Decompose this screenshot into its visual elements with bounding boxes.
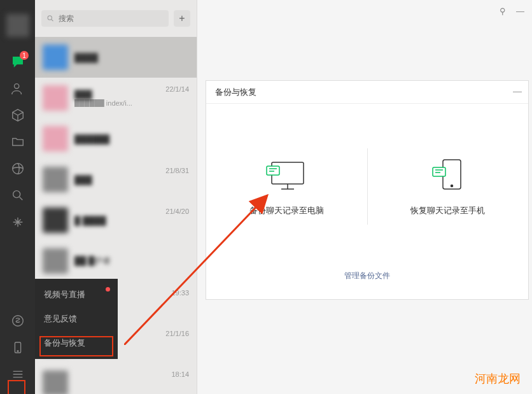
chat-avatar xyxy=(43,208,68,233)
chat-avatar xyxy=(43,45,68,70)
settings-context-menu: 视频号直播 意见反馈 备份与恢复 xyxy=(35,279,118,359)
nav-moments[interactable] xyxy=(0,155,35,182)
aperture-icon xyxy=(11,162,25,176)
dialog-title: 备份与恢复 xyxy=(215,87,256,98)
chat-item[interactable]: 18:14 xyxy=(35,363,197,394)
chat-time: 21/1/16 xyxy=(165,330,189,337)
phone-icon xyxy=(11,341,25,355)
backup-to-pc-option[interactable]: 备份聊天记录至电脑 xyxy=(206,104,367,269)
sparkle-icon xyxy=(11,215,25,229)
phone-restore-icon xyxy=(429,157,467,192)
chat-item[interactable]: ██████ xyxy=(35,118,197,159)
pin-button[interactable]: ⚲ xyxy=(500,6,506,16)
backup-label: 备份聊天记录至电脑 xyxy=(249,205,324,216)
dialog-close-button[interactable]: — xyxy=(513,86,522,96)
nav-contacts[interactable] xyxy=(0,75,35,102)
chat-time: 21/8/31 xyxy=(165,167,189,174)
chat-avatar xyxy=(43,126,68,151)
user-avatar[interactable] xyxy=(6,14,29,37)
chat-avatar xyxy=(43,85,68,111)
svg-rect-8 xyxy=(267,166,279,175)
folder-icon xyxy=(11,135,25,149)
chat-time: 21/4/20 xyxy=(165,208,189,215)
watermark: 河南龙网 xyxy=(475,371,521,386)
svg-point-5 xyxy=(17,351,18,352)
chat-badge: 1 xyxy=(20,51,29,60)
nav-miniprogram[interactable] xyxy=(0,307,35,334)
nav-settings[interactable] xyxy=(0,361,35,388)
chat-name: ███ xyxy=(74,175,159,185)
manage-backup-link[interactable]: 管理备份文件 xyxy=(344,271,390,280)
svg-point-0 xyxy=(14,84,18,88)
ctx-video-live[interactable]: 视频号直播 xyxy=(35,283,118,307)
chat-item[interactable]: █ ████ 21/4/20 xyxy=(35,200,197,241)
nav-files[interactable] xyxy=(0,129,35,155)
ctx-label: 视频号直播 xyxy=(44,289,85,300)
nav-more[interactable] xyxy=(0,209,35,236)
ctx-backup-restore[interactable]: 备份与恢复 xyxy=(35,331,118,355)
nav-chat[interactable]: 1 xyxy=(0,48,35,75)
restore-label: 恢复聊天记录至手机 xyxy=(410,205,485,216)
new-chat-button[interactable]: + xyxy=(174,10,190,27)
chat-name: ██ █护者 xyxy=(74,255,189,267)
chat-avatar xyxy=(43,370,68,394)
notification-dot xyxy=(106,287,110,292)
chat-time: 22/1/14 xyxy=(165,85,189,93)
svg-rect-11 xyxy=(433,167,445,176)
chat-name: ████ xyxy=(74,53,189,62)
nav-search[interactable] xyxy=(0,182,35,209)
svg-point-2 xyxy=(13,191,20,198)
monitor-icon xyxy=(264,157,309,192)
menu-icon xyxy=(11,367,25,381)
plus-icon: + xyxy=(179,13,185,24)
chat-name: █ ████ xyxy=(74,216,159,225)
chat-name: ██████ xyxy=(74,134,189,144)
nav-phone[interactable] xyxy=(0,334,35,361)
search-row: + xyxy=(35,0,197,37)
search-nav-icon xyxy=(11,188,25,202)
miniprogram-icon xyxy=(11,314,25,328)
backup-restore-dialog: 备份与恢复 — 备份聊天记录至电脑 恢复聊天记录至手机 管理备份文件 xyxy=(206,80,529,300)
chat-avatar xyxy=(43,167,68,192)
contacts-icon xyxy=(11,81,25,95)
svg-point-3 xyxy=(12,316,23,327)
chat-avatar xyxy=(43,248,68,274)
chat-item[interactable]: ██ █护者 xyxy=(35,241,197,281)
minimize-button[interactable]: — xyxy=(516,6,524,16)
ctx-feedback[interactable]: 意见反馈 xyxy=(35,307,118,331)
svg-point-10 xyxy=(451,185,452,186)
chat-item[interactable]: ███ 21/8/31 xyxy=(35,159,197,200)
chat-name: ███ xyxy=(74,90,159,99)
svg-point-1 xyxy=(12,164,23,174)
search-input[interactable] xyxy=(59,14,164,23)
chat-item[interactable]: ████ xyxy=(35,37,197,78)
ctx-label: 备份与恢复 xyxy=(44,337,85,349)
search-icon xyxy=(46,14,55,23)
svg-point-6 xyxy=(48,16,52,20)
restore-to-phone-option[interactable]: 恢复聊天记录至手机 xyxy=(368,104,529,269)
chat-item[interactable]: ███ ██████ index/i... 22/1/14 xyxy=(35,78,197,118)
chat-snippet: ██████ index/i... xyxy=(74,99,159,107)
cube-icon xyxy=(11,108,25,122)
nav-favorites[interactable] xyxy=(0,102,35,129)
chat-time: 19:33 xyxy=(171,289,189,297)
window-controls: ⚲ — xyxy=(500,6,524,16)
search-box[interactable] xyxy=(41,10,169,27)
ctx-label: 意见反馈 xyxy=(44,313,77,325)
chat-time: 18:14 xyxy=(171,370,189,378)
dialog-header: 备份与恢复 — xyxy=(206,81,528,104)
nav-sidebar: 1 xyxy=(0,0,35,394)
